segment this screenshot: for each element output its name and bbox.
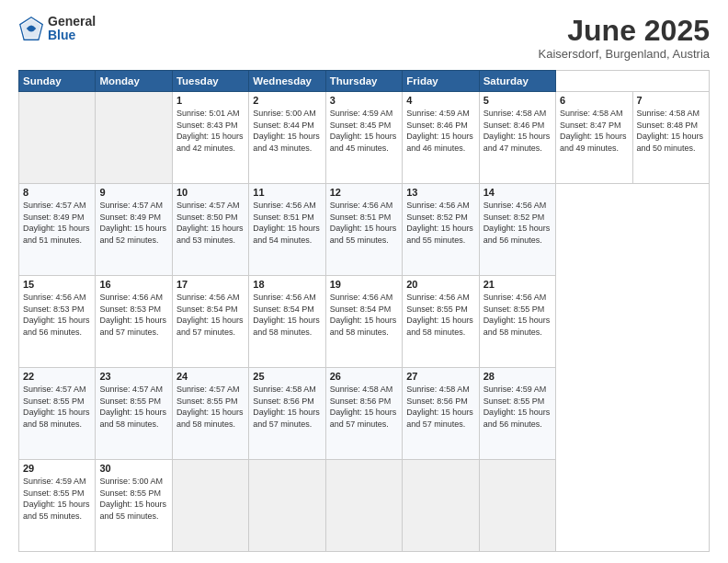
calendar-cell: 24 Sunrise: 4:57 AM Sunset: 8:55 PM Dayl…: [172, 368, 248, 460]
title-block: June 2025 Kaisersdorf, Burgenland, Austr…: [539, 15, 710, 61]
calendar-cell: 12 Sunrise: 4:56 AM Sunset: 8:51 PM Dayl…: [325, 184, 402, 276]
day-number: 23: [99, 371, 167, 382]
day-info: Sunrise: 4:56 AM Sunset: 8:54 PM Dayligh…: [330, 292, 398, 338]
calendar-cell: 22 Sunrise: 4:57 AM Sunset: 8:55 PM Dayl…: [19, 368, 96, 460]
calendar-week-row-1: 1 Sunrise: 5:01 AM Sunset: 8:43 PM Dayli…: [19, 92, 710, 184]
weekday-header-monday: Monday: [96, 71, 172, 92]
calendar-cell: [96, 92, 172, 184]
day-number: 3: [330, 95, 398, 106]
day-number: 29: [23, 463, 91, 474]
day-number: 6: [560, 95, 628, 106]
weekday-header-wednesday: Wednesday: [249, 71, 325, 92]
day-number: 5: [483, 95, 552, 106]
calendar-cell: 27 Sunrise: 4:58 AM Sunset: 8:56 PM Dayl…: [403, 368, 479, 460]
day-number: 22: [23, 371, 91, 382]
calendar-cell: [172, 460, 248, 552]
day-info: Sunrise: 4:58 AM Sunset: 8:47 PM Dayligh…: [560, 108, 628, 154]
logo-blue-label: Blue: [48, 29, 96, 42]
calendar-cell: 19 Sunrise: 4:56 AM Sunset: 8:54 PM Dayl…: [325, 276, 402, 368]
logo-text: General Blue: [48, 15, 96, 43]
day-info: Sunrise: 4:59 AM Sunset: 8:45 PM Dayligh…: [330, 108, 398, 154]
calendar-cell: 29 Sunrise: 4:59 AM Sunset: 8:55 PM Dayl…: [19, 460, 96, 552]
calendar-cell: 9 Sunrise: 4:57 AM Sunset: 8:49 PM Dayli…: [96, 184, 172, 276]
day-info: Sunrise: 4:56 AM Sunset: 8:53 PM Dayligh…: [99, 292, 167, 338]
logo-general-label: General: [48, 15, 96, 29]
logo: General Blue: [18, 15, 96, 43]
day-info: Sunrise: 5:00 AM Sunset: 8:44 PM Dayligh…: [253, 108, 321, 154]
calendar-cell: 25 Sunrise: 4:58 AM Sunset: 8:56 PM Dayl…: [249, 368, 325, 460]
calendar-cell: [249, 460, 325, 552]
day-number: 30: [99, 463, 167, 474]
header: General Blue June 2025 Kaisersdorf, Burg…: [18, 15, 710, 61]
weekday-header-tuesday: Tuesday: [172, 71, 248, 92]
day-number: 2: [253, 95, 321, 106]
calendar-cell: 11 Sunrise: 4:56 AM Sunset: 8:51 PM Dayl…: [249, 184, 325, 276]
day-info: Sunrise: 4:56 AM Sunset: 8:52 PM Dayligh…: [406, 200, 474, 246]
calendar-cell: 15 Sunrise: 4:56 AM Sunset: 8:53 PM Dayl…: [19, 276, 96, 368]
day-number: 21: [483, 279, 552, 290]
calendar-table: SundayMondayTuesdayWednesdayThursdayFrid…: [18, 70, 710, 552]
calendar-cell: 2 Sunrise: 5:00 AM Sunset: 8:44 PM Dayli…: [249, 92, 325, 184]
calendar-cell: 13 Sunrise: 4:56 AM Sunset: 8:52 PM Dayl…: [403, 184, 479, 276]
day-info: Sunrise: 4:57 AM Sunset: 8:55 PM Dayligh…: [99, 384, 167, 430]
weekday-header-sunday: Sunday: [19, 71, 96, 92]
day-info: Sunrise: 4:57 AM Sunset: 8:55 PM Dayligh…: [23, 384, 91, 430]
day-info: Sunrise: 4:56 AM Sunset: 8:52 PM Dayligh…: [483, 200, 552, 246]
calendar-cell: 4 Sunrise: 4:59 AM Sunset: 8:46 PM Dayli…: [403, 92, 479, 184]
day-info: Sunrise: 4:57 AM Sunset: 8:55 PM Dayligh…: [176, 384, 245, 430]
day-info: Sunrise: 5:00 AM Sunset: 8:55 PM Dayligh…: [99, 476, 167, 522]
month-title: June 2025: [539, 15, 710, 47]
calendar-cell: 18 Sunrise: 4:56 AM Sunset: 8:54 PM Dayl…: [249, 276, 325, 368]
calendar-cell: 17 Sunrise: 4:56 AM Sunset: 8:54 PM Dayl…: [172, 276, 248, 368]
day-info: Sunrise: 4:56 AM Sunset: 8:54 PM Dayligh…: [176, 292, 245, 338]
day-info: Sunrise: 4:57 AM Sunset: 8:50 PM Dayligh…: [176, 200, 245, 246]
day-info: Sunrise: 4:57 AM Sunset: 8:49 PM Dayligh…: [23, 200, 91, 246]
calendar-week-row-4: 22 Sunrise: 4:57 AM Sunset: 8:55 PM Dayl…: [19, 368, 710, 460]
calendar-cell: 1 Sunrise: 5:01 AM Sunset: 8:43 PM Dayli…: [172, 92, 248, 184]
day-number: 20: [406, 279, 474, 290]
day-number: 15: [23, 279, 91, 290]
calendar-week-row-3: 15 Sunrise: 4:56 AM Sunset: 8:53 PM Dayl…: [19, 276, 710, 368]
day-info: Sunrise: 4:58 AM Sunset: 8:46 PM Dayligh…: [483, 108, 552, 154]
calendar-week-row-2: 8 Sunrise: 4:57 AM Sunset: 8:49 PM Dayli…: [19, 184, 710, 276]
day-info: Sunrise: 4:59 AM Sunset: 8:55 PM Dayligh…: [23, 476, 91, 522]
day-number: 10: [176, 187, 245, 198]
calendar-cell: 10 Sunrise: 4:57 AM Sunset: 8:50 PM Dayl…: [172, 184, 248, 276]
day-number: 11: [253, 187, 321, 198]
calendar-cell: [403, 460, 479, 552]
calendar-cell: 21 Sunrise: 4:56 AM Sunset: 8:55 PM Dayl…: [479, 276, 555, 368]
day-number: 18: [253, 279, 321, 290]
day-number: 7: [637, 95, 706, 106]
page: General Blue June 2025 Kaisersdorf, Burg…: [0, 0, 728, 563]
day-info: Sunrise: 4:58 AM Sunset: 8:56 PM Dayligh…: [253, 384, 321, 430]
calendar-cell: 3 Sunrise: 4:59 AM Sunset: 8:45 PM Dayli…: [325, 92, 402, 184]
day-number: 1: [176, 95, 245, 106]
weekday-header-friday: Friday: [403, 71, 479, 92]
calendar-cell: [325, 460, 402, 552]
calendar-cell: 8 Sunrise: 4:57 AM Sunset: 8:49 PM Dayli…: [19, 184, 96, 276]
day-number: 14: [483, 187, 552, 198]
day-info: Sunrise: 4:57 AM Sunset: 8:49 PM Dayligh…: [99, 200, 167, 246]
day-info: Sunrise: 4:59 AM Sunset: 8:46 PM Dayligh…: [406, 108, 474, 154]
calendar-cell: 14 Sunrise: 4:56 AM Sunset: 8:52 PM Dayl…: [479, 184, 555, 276]
calendar-cell: 23 Sunrise: 4:57 AM Sunset: 8:55 PM Dayl…: [96, 368, 172, 460]
day-number: 28: [483, 371, 552, 382]
calendar-cell: 6 Sunrise: 4:58 AM Sunset: 8:47 PM Dayli…: [556, 92, 632, 184]
day-info: Sunrise: 5:01 AM Sunset: 8:43 PM Dayligh…: [176, 108, 245, 154]
day-number: 4: [406, 95, 474, 106]
day-info: Sunrise: 4:56 AM Sunset: 8:55 PM Dayligh…: [406, 292, 474, 338]
day-info: Sunrise: 4:58 AM Sunset: 8:56 PM Dayligh…: [406, 384, 474, 430]
day-number: 12: [330, 187, 398, 198]
day-number: 24: [176, 371, 245, 382]
day-number: 25: [253, 371, 321, 382]
logo-icon: [18, 16, 44, 41]
weekday-header-saturday: Saturday: [479, 71, 555, 92]
day-number: 16: [99, 279, 167, 290]
day-number: 19: [330, 279, 398, 290]
day-number: 8: [23, 187, 91, 198]
calendar-cell: [19, 92, 96, 184]
day-info: Sunrise: 4:59 AM Sunset: 8:55 PM Dayligh…: [483, 384, 552, 430]
day-info: Sunrise: 4:58 AM Sunset: 8:56 PM Dayligh…: [330, 384, 398, 430]
calendar-cell: 26 Sunrise: 4:58 AM Sunset: 8:56 PM Dayl…: [325, 368, 402, 460]
calendar-cell: [479, 460, 555, 552]
